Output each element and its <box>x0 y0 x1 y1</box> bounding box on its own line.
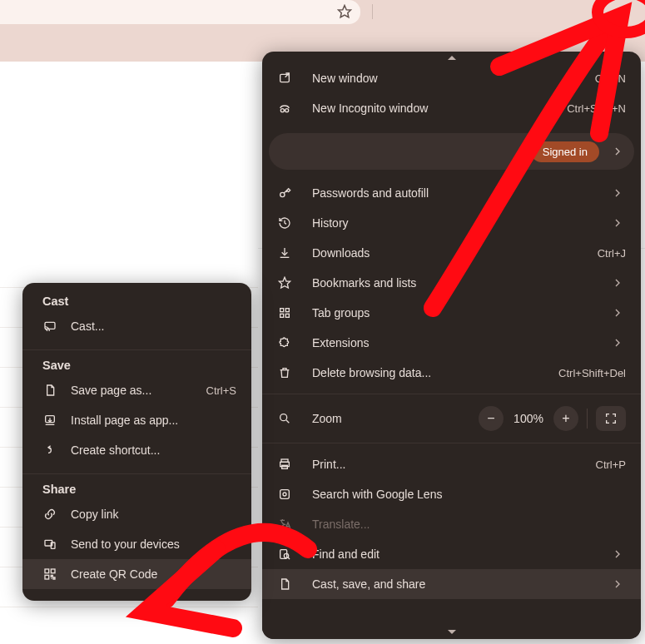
menu-lens-label: Search with Google Lens <box>312 488 626 501</box>
menu-scroll-up[interactable] <box>262 52 641 63</box>
menu-cast-save-share[interactable]: Cast, save, and share <box>262 569 641 599</box>
menu-new-incognito[interactable]: New Incognito window Ctrl+Shift+N <box>262 93 641 123</box>
menu-separator <box>22 473 251 474</box>
menu-signed-in-row[interactable]: Signed in <box>269 133 634 170</box>
submenu-save-page-shortcut: Ctrl+S <box>206 384 236 397</box>
chevron-right-icon <box>611 336 626 349</box>
submenu-install-app[interactable]: Install page as app... <box>22 405 251 435</box>
chrome-menu-button[interactable] <box>610 0 637 25</box>
submenu-create-qr-code[interactable]: Create QR Code <box>22 559 251 589</box>
key-icon <box>275 184 294 202</box>
menu-history-label: History <box>312 216 611 230</box>
menu-downloads[interactable]: Downloads Ctrl+J <box>262 238 641 268</box>
menu-extensions[interactable]: Extensions <box>262 328 641 358</box>
file-icon <box>41 381 59 399</box>
chevron-right-icon <box>611 306 626 320</box>
zoom-out-button[interactable]: − <box>479 406 504 431</box>
menu-tab-groups[interactable]: Tab groups <box>262 298 641 328</box>
menu-history[interactable]: History <box>262 208 641 238</box>
svg-rect-25 <box>45 569 49 573</box>
grid-icon <box>275 304 294 322</box>
menu-bookmarks-label: Bookmarks and lists <box>312 276 611 290</box>
menu-delete-browsing-shortcut: Ctrl+Shift+Del <box>558 367 626 379</box>
menu-delete-browsing-data[interactable]: Delete browsing data... Ctrl+Shift+Del <box>262 358 641 388</box>
submenu-send-to-devices[interactable]: Send to your devices <box>22 529 251 559</box>
menu-print-label: Print... <box>312 458 596 471</box>
menu-new-incognito-label: New Incognito window <box>312 102 567 115</box>
section-share: Share <box>22 483 251 499</box>
menu-find-edit[interactable]: Find and edit <box>262 539 641 569</box>
submenu-create-shortcut-label: Create shortcut... <box>71 443 236 457</box>
qr-code-icon <box>41 565 59 583</box>
shortcut-icon <box>41 441 59 459</box>
menu-new-window[interactable]: New window Ctrl+N <box>262 63 641 93</box>
menu-scroll-down[interactable] <box>262 624 641 639</box>
submenu-save-page[interactable]: Save page as... Ctrl+S <box>22 375 251 405</box>
menu-bookmarks[interactable]: Bookmarks and lists <box>262 268 641 298</box>
menu-passwords[interactable]: Passwords and autofill <box>262 178 641 208</box>
submenu-send-to-devices-label: Send to your devices <box>71 537 236 551</box>
chevron-right-icon <box>611 547 626 561</box>
menu-new-incognito-shortcut: Ctrl+Shift+N <box>567 102 626 115</box>
incognito-icon <box>275 99 294 117</box>
menu-separator <box>262 394 641 394</box>
svg-point-2 <box>623 12 625 14</box>
menu-print-shortcut: Ctrl+P <box>596 458 626 471</box>
svg-marker-8 <box>279 277 290 288</box>
history-icon <box>275 214 294 232</box>
svg-rect-17 <box>280 490 290 499</box>
bookmark-star-icon[interactable] <box>337 4 352 19</box>
svg-rect-21 <box>45 322 55 329</box>
omnibox[interactable] <box>0 0 360 24</box>
menu-delete-browsing-label: Delete browsing data... <box>312 366 558 379</box>
menu-downloads-label: Downloads <box>312 246 598 260</box>
svg-point-7 <box>280 192 285 196</box>
submenu-cast[interactable]: Cast... <box>22 311 251 341</box>
devices-icon <box>41 535 59 553</box>
submenu-save-page-label: Save page as... <box>71 384 206 397</box>
signed-in-chip: Signed in <box>531 141 599 162</box>
submenu-cast-label: Cast... <box>71 320 236 333</box>
chrome-main-menu: New window Ctrl+N New Incognito window C… <box>262 52 641 639</box>
svg-point-5 <box>280 109 284 112</box>
puzzle-icon <box>275 334 294 352</box>
svg-rect-26 <box>51 569 55 573</box>
submenu-copy-link-label: Copy link <box>71 508 236 521</box>
star-icon <box>275 274 294 292</box>
svg-point-13 <box>280 414 287 421</box>
zoom-divider <box>587 409 588 429</box>
submenu-install-app-label: Install page as app... <box>71 414 236 427</box>
magnifier-icon <box>275 409 294 428</box>
chevron-right-icon <box>611 216 626 230</box>
trash-icon <box>275 364 294 382</box>
download-icon <box>275 244 294 262</box>
svg-rect-11 <box>280 314 284 317</box>
lens-icon <box>275 485 294 503</box>
chevron-right-icon <box>611 276 626 290</box>
chevron-right-icon <box>611 186 626 200</box>
menu-new-window-shortcut: Ctrl+N <box>595 72 626 85</box>
menu-find-edit-label: Find and edit <box>312 547 611 561</box>
submenu-copy-link[interactable]: Copy link <box>22 499 251 529</box>
menu-translate-label: Translate... <box>312 518 626 531</box>
section-cast: Cast <box>22 295 251 311</box>
menu-print[interactable]: Print... Ctrl+P <box>262 449 641 479</box>
zoom-value: 100% <box>509 412 548 425</box>
svg-rect-9 <box>280 309 284 312</box>
chevron-up-icon <box>448 56 456 60</box>
submenu-create-shortcut[interactable]: Create shortcut... <box>22 435 251 465</box>
svg-rect-12 <box>285 314 289 317</box>
menu-downloads-shortcut: Ctrl+J <box>598 247 626 260</box>
menu-google-lens[interactable]: Search with Google Lens <box>262 479 641 509</box>
fullscreen-button[interactable] <box>596 406 626 431</box>
find-icon <box>275 545 294 563</box>
translate-icon <box>275 515 294 533</box>
zoom-in-button[interactable]: + <box>553 406 578 431</box>
link-icon <box>41 505 59 523</box>
menu-tab-groups-label: Tab groups <box>312 306 611 320</box>
chevron-down-icon <box>448 630 456 634</box>
section-save: Save <box>22 359 251 375</box>
svg-rect-4 <box>280 74 290 82</box>
menu-separator <box>262 443 641 443</box>
menu-passwords-label: Passwords and autofill <box>312 186 611 200</box>
